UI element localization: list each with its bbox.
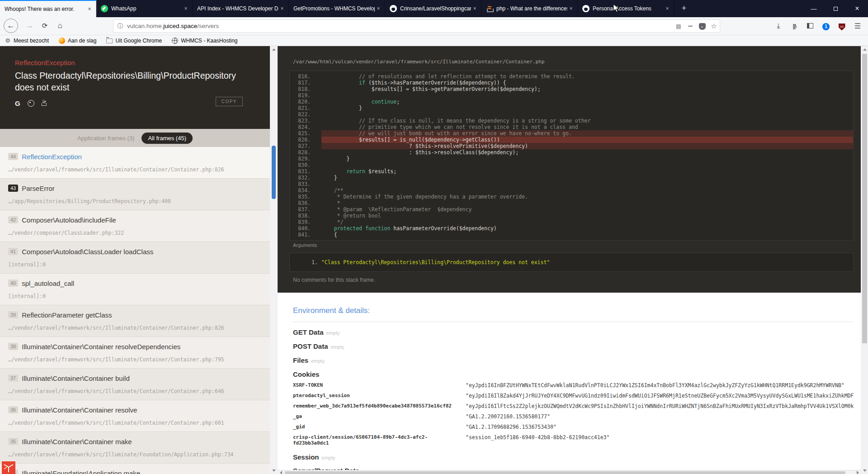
code-text: * <box>321 200 853 206</box>
line-number: 816. <box>290 73 311 80</box>
tab-5[interactable]: Crinsane/LaravelShoppingcart× <box>385 0 481 17</box>
stackoverflow-search-icon[interactable] <box>42 100 47 106</box>
back-button[interactable]: ← <box>4 19 18 33</box>
downloads-icon[interactable]: ⤓ <box>774 22 783 30</box>
frame-row-42[interactable]: 42Composer\Autoload\includeFile…/vendor/… <box>0 210 270 242</box>
ublock-icon[interactable]: uo <box>838 21 846 31</box>
frame-row-38[interactable]: 38Illuminate\Container\Container resolve… <box>0 337 270 369</box>
frame-row-40[interactable]: 40spl_autoload_call[internal]:0 <box>0 274 270 305</box>
window-scrollbar-thumb[interactable] <box>862 54 867 343</box>
tab-close-icon[interactable]: × <box>567 5 575 12</box>
frame-row-34[interactable]: 34Illuminate\Foundation\Application make <box>0 464 270 474</box>
sidebars-icon[interactable] <box>806 22 814 30</box>
scroll-down-icon[interactable] <box>270 467 278 474</box>
code-line-828: 828. : $this->resolveClass($dependency); <box>290 149 853 156</box>
frame-name: ReflectionParameter getClass <box>22 311 112 319</box>
tab-application-frames[interactable]: Application frames (3) <box>77 135 134 142</box>
tab-all-frames[interactable]: All frames (45) <box>142 133 193 144</box>
tab-3[interactable]: API Index - WHMCS Developer Doc× <box>193 0 289 17</box>
frame-row-36[interactable]: 36Illuminate\Container\Container resolve… <box>0 400 270 432</box>
frame-row-39[interactable]: 39ReflectionParameter getClass…/vendor/l… <box>0 305 270 337</box>
code-text: } <box>321 175 853 181</box>
code-text: // If the class is null, it means the de… <box>321 118 853 124</box>
bookmark-star-icon[interactable]: ☆ <box>708 22 720 30</box>
line-number: 840. <box>290 225 311 232</box>
url-text[interactable]: vulcan.home.juiced.space/servers <box>127 23 673 29</box>
code-text: $results[] = is_null($dependency->getCla… <box>321 137 853 143</box>
frame-row-35[interactable]: 35Illuminate\Container\Container make…/v… <box>0 432 270 464</box>
environment-heading: Environment & details: <box>293 306 854 315</box>
scroll-down-icon[interactable] <box>861 467 868 474</box>
reader-mode-icon[interactable]: ▤ <box>673 23 684 29</box>
scroll-up-icon[interactable] <box>270 46 278 53</box>
line-number: 841. <box>290 232 311 238</box>
tab-close-icon[interactable]: × <box>86 6 93 12</box>
frame-name: spl_autoload_call <box>22 280 74 287</box>
scroll-right-icon[interactable] <box>854 470 861 474</box>
copy-button[interactable]: COPY <box>216 97 243 106</box>
tab-title: WhatsApp <box>111 5 182 12</box>
tab-close-icon[interactable]: × <box>664 5 671 12</box>
menu-icon[interactable]: ☰ <box>854 22 862 30</box>
google-search-icon[interactable]: G <box>15 100 20 107</box>
new-tab-button[interactable]: + <box>678 3 690 14</box>
cookie-key: XSRF-TOKEN <box>293 382 466 389</box>
page-actions-icon[interactable]: ••• <box>684 24 696 28</box>
cookie-value: "session_1eb5f186-6940-42b8-8bb2-62190ac… <box>466 434 854 446</box>
reload-button[interactable]: ⟳ <box>38 19 52 33</box>
bookmark-folder[interactable]: Uit Google Chrome <box>106 38 162 44</box>
home-button[interactable]: ⌂ <box>53 19 67 33</box>
url-bar[interactable]: ⓘ vulcan.home.juiced.space/servers ▤ •••… <box>113 19 720 33</box>
scroll-up-icon[interactable] <box>861 46 868 53</box>
tab-4[interactable]: GetPromotions - WHMCS Develope× <box>289 0 385 17</box>
tab-2[interactable]: WhatsApp× <box>96 0 193 17</box>
frames-scrollbar[interactable] <box>270 46 278 474</box>
maximize-button[interactable] <box>825 0 846 17</box>
tab-close-icon[interactable]: × <box>471 5 478 12</box>
line-number: 835. <box>290 194 311 200</box>
tab-close-icon[interactable]: × <box>278 5 286 12</box>
site-info-icon[interactable]: ⓘ <box>113 22 127 30</box>
frame-row-43[interactable]: 43ParseError…/app/Repositories/Billing/P… <box>0 179 270 210</box>
duckduckgo-search-icon[interactable] <box>28 100 34 107</box>
tab-1[interactable]: Whoops! There was an error.× <box>0 0 96 17</box>
bookmark-firefox[interactable]: Aan de slag <box>59 38 96 44</box>
tab-close-icon[interactable]: × <box>182 5 189 12</box>
code-line-827: 827. ? $this->resolvePrimitive($dependen… <box>290 143 853 149</box>
frames-scrollbar-thumb[interactable] <box>272 146 276 199</box>
cookie-value: "eyJpdiI6IlFtcSs2Z2plejkzOUZWQmdtV2dKcWc… <box>466 403 854 409</box>
minimize-button[interactable]: — <box>803 0 825 17</box>
scroll-left-icon[interactable] <box>278 470 284 474</box>
horizontal-scrollbar[interactable] <box>278 470 861 474</box>
pocket-icon[interactable]: ⌄ <box>696 23 708 30</box>
frame-row-44[interactable]: 44ReflectionException…/vendor/laravel/fr… <box>0 147 270 179</box>
frame-row-37[interactable]: 37Illuminate\Container\Container build…/… <box>0 369 270 400</box>
tab-close-icon[interactable]: × <box>375 5 382 12</box>
forward-button[interactable]: → <box>23 19 36 33</box>
line-number: 822. <box>290 111 311 118</box>
frame-name: Illuminate\Container\Container resolveDe… <box>22 343 180 351</box>
tab-7[interactable]: Personal Access Tokens× <box>578 0 674 17</box>
bookmark-pinwheel[interactable]: ⚙Meest bezocht <box>5 38 49 44</box>
onepassword-icon[interactable]: 1 <box>822 22 830 30</box>
frame-badge: 44 <box>8 153 18 160</box>
section-label: GET Data <box>293 328 324 336</box>
close-button[interactable]: × <box>846 0 868 17</box>
window-scrollbar[interactable] <box>861 46 868 474</box>
divider <box>293 322 854 322</box>
line-number: 832. <box>290 175 311 181</box>
line-number: 817. <box>290 80 311 86</box>
frame-row-41[interactable]: 41Composer\Autoload\ClassLoader loadClas… <box>0 242 270 274</box>
github-favicon <box>390 5 397 12</box>
tab-6[interactable]: php - What are the differences× <box>481 0 578 17</box>
code-line-817: 817. if ($this->hasParameterOverride($de… <box>290 80 853 86</box>
firefox-icon <box>59 38 65 44</box>
frame-path: [internal]:0 <box>8 293 46 299</box>
frame-badge: 39 <box>8 311 18 318</box>
code-viewer[interactable]: 816. // of resolutions and let reflectio… <box>289 71 854 241</box>
bookmark-globe[interactable]: WHMCS - KaasHosting <box>172 38 237 44</box>
library-icon[interactable]: |||\ <box>790 23 798 29</box>
code-line-820: 820. continue; <box>290 99 853 105</box>
horizontal-scrollbar-thumb[interactable] <box>285 471 845 474</box>
tab-title: php - What are the differences <box>496 5 567 12</box>
